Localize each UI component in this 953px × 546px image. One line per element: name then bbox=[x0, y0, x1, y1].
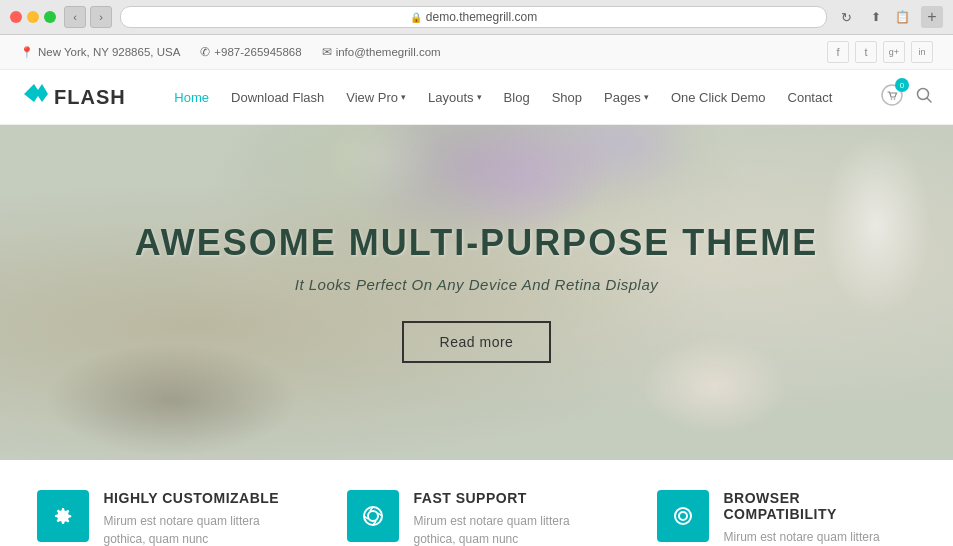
search-button[interactable] bbox=[915, 86, 933, 108]
email-item: ✉ info@themegrill.com bbox=[322, 45, 441, 59]
hero-subtitle: It Looks Perfect On Any Device And Retin… bbox=[135, 276, 818, 293]
logo[interactable]: FLASH bbox=[20, 82, 126, 112]
layouts-arrow: ▾ bbox=[477, 92, 482, 102]
nav-menu: Home Download Flash View Pro ▾ Layouts ▾… bbox=[174, 90, 832, 105]
svg-point-2 bbox=[894, 98, 896, 100]
feature-item-compatibility: BROWSER COMPATIBILITY Mirum est notare q… bbox=[657, 490, 917, 546]
google-plus-icon[interactable]: g+ bbox=[883, 41, 905, 63]
feature-text-support: FAST SUPPORT Mirum est notare quam litte… bbox=[414, 490, 607, 546]
browser-titlebar: ‹ › 🔒 demo.themegrill.com ↻ ⬆ 📋 + bbox=[0, 0, 953, 34]
browser-compat-icon bbox=[670, 503, 696, 529]
feature-title-customizable: HIGHLY CUSTOMIZABLE bbox=[104, 490, 297, 506]
feature-desc-compatibility: Mirum est notare quam littera gothica, q… bbox=[724, 528, 917, 546]
close-button[interactable] bbox=[10, 11, 22, 23]
feature-icon-compatibility bbox=[657, 490, 709, 542]
feature-text-customizable: HIGHLY CUSTOMIZABLE Mirum est notare qua… bbox=[104, 490, 297, 546]
feature-icon-customizable bbox=[37, 490, 89, 542]
maximize-button[interactable] bbox=[44, 11, 56, 23]
top-bar: 📍 New York, NY 928865, USA ✆ +987-265945… bbox=[0, 35, 953, 70]
logo-text: FLASH bbox=[54, 86, 126, 109]
svg-point-5 bbox=[364, 507, 382, 525]
twitter-icon[interactable]: t bbox=[855, 41, 877, 63]
back-button[interactable]: ‹ bbox=[64, 6, 86, 28]
nav-item-viewpro[interactable]: View Pro ▾ bbox=[346, 90, 406, 105]
email-text: info@themegrill.com bbox=[336, 46, 441, 58]
nav-item-download[interactable]: Download Flash bbox=[231, 90, 324, 105]
nav-item-layouts[interactable]: Layouts ▾ bbox=[428, 90, 482, 105]
feature-item-support: FAST SUPPORT Mirum est notare quam litte… bbox=[347, 490, 607, 546]
nav-actions: 0 bbox=[881, 84, 933, 110]
minimize-button[interactable] bbox=[27, 11, 39, 23]
nav-item-oneclickdemo[interactable]: One Click Demo bbox=[671, 90, 766, 105]
support-icon bbox=[360, 503, 386, 529]
pages-arrow: ▾ bbox=[644, 92, 649, 102]
feature-desc-support: Mirum est notare quam littera gothica, q… bbox=[414, 512, 607, 546]
hero-content: AWESOME MULTI-PURPOSE THEME It Looks Per… bbox=[135, 222, 818, 363]
nav-item-home[interactable]: Home bbox=[174, 90, 209, 105]
nav-item-contact[interactable]: Contact bbox=[788, 90, 833, 105]
nav-item-pages[interactable]: Pages ▾ bbox=[604, 90, 649, 105]
navbar: FLASH Home Download Flash View Pro ▾ Lay… bbox=[0, 70, 953, 125]
phone-item: ✆ +987-265945868 bbox=[200, 45, 301, 59]
nav-item-shop[interactable]: Shop bbox=[552, 90, 582, 105]
browser-nav-buttons: ‹ › bbox=[64, 6, 112, 28]
social-icons: f t g+ in bbox=[827, 41, 933, 63]
feature-item-customizable: HIGHLY CUSTOMIZABLE Mirum est notare qua… bbox=[37, 490, 297, 546]
address-bar[interactable]: 🔒 demo.themegrill.com bbox=[120, 6, 827, 28]
gear-icon bbox=[50, 503, 76, 529]
email-icon: ✉ bbox=[322, 45, 332, 59]
feature-text-compatibility: BROWSER COMPATIBILITY Mirum est notare q… bbox=[724, 490, 917, 546]
nav-item-blog[interactable]: Blog bbox=[504, 90, 530, 105]
hero-cta-button[interactable]: Read more bbox=[402, 321, 552, 363]
location-text: New York, NY 928865, USA bbox=[38, 46, 180, 58]
top-bar-left: 📍 New York, NY 928865, USA ✆ +987-265945… bbox=[20, 45, 441, 59]
phone-icon: ✆ bbox=[200, 45, 210, 59]
linkedin-icon[interactable]: in bbox=[911, 41, 933, 63]
feature-icon-support bbox=[347, 490, 399, 542]
reading-list-button[interactable]: 📋 bbox=[891, 6, 913, 28]
hero-title: AWESOME MULTI-PURPOSE THEME bbox=[135, 222, 818, 264]
logo-icon bbox=[20, 82, 48, 112]
location-pin-icon: 📍 bbox=[20, 46, 34, 59]
url-text: demo.themegrill.com bbox=[426, 10, 537, 24]
svg-point-1 bbox=[891, 98, 893, 100]
cart-badge: 0 bbox=[895, 78, 909, 92]
browser-chrome: ‹ › 🔒 demo.themegrill.com ↻ ⬆ 📋 + bbox=[0, 0, 953, 35]
reload-button[interactable]: ↻ bbox=[835, 6, 857, 28]
location-item: 📍 New York, NY 928865, USA bbox=[20, 46, 180, 59]
browser-actions: ⬆ 📋 bbox=[865, 6, 913, 28]
lock-icon: 🔒 bbox=[410, 12, 422, 23]
feature-title-compatibility: BROWSER COMPATIBILITY bbox=[724, 490, 917, 522]
feature-title-support: FAST SUPPORT bbox=[414, 490, 607, 506]
share-button[interactable]: ⬆ bbox=[865, 6, 887, 28]
new-tab-button[interactable]: + bbox=[921, 6, 943, 28]
forward-button[interactable]: › bbox=[90, 6, 112, 28]
svg-line-4 bbox=[927, 98, 931, 102]
features-section: HIGHLY CUSTOMIZABLE Mirum est notare qua… bbox=[0, 460, 953, 546]
traffic-lights bbox=[10, 11, 56, 23]
cart-button[interactable]: 0 bbox=[881, 84, 903, 110]
phone-text: +987-265945868 bbox=[214, 46, 301, 58]
hero-section: AWESOME MULTI-PURPOSE THEME It Looks Per… bbox=[0, 125, 953, 460]
viewpro-arrow: ▾ bbox=[401, 92, 406, 102]
facebook-icon[interactable]: f bbox=[827, 41, 849, 63]
svg-point-6 bbox=[368, 511, 378, 521]
feature-desc-customizable: Mirum est notare quam littera gothica, q… bbox=[104, 512, 297, 546]
search-icon bbox=[915, 86, 933, 104]
